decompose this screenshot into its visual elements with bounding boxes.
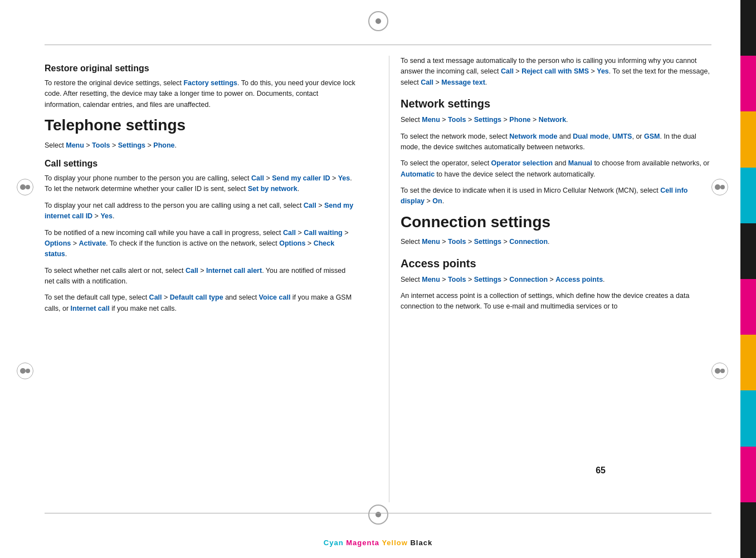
- telephone-title: Telephone settings: [45, 116, 355, 135]
- page-number: 65: [596, 466, 606, 476]
- connection-title: Connection settings: [401, 213, 711, 232]
- divider-top: [45, 45, 711, 45]
- right-column: To send a text message automatically to …: [389, 56, 711, 502]
- reg-mark-bottom: [368, 505, 388, 525]
- reject-para: To send a text message automatically to …: [401, 56, 711, 88]
- network-title: Network settings: [401, 97, 711, 110]
- call-para5: To set the default call type, select Cal…: [45, 292, 355, 314]
- access-body: An internet access point is a collection…: [401, 291, 711, 312]
- restore-body: To restore the original device settings,…: [45, 78, 355, 110]
- cmyk-magenta: Magenta: [346, 539, 379, 547]
- main-content: Restore original settings To restore the…: [45, 56, 711, 502]
- color-strip: [740, 0, 756, 558]
- network-para3: To set the device to indicate when it is…: [401, 185, 711, 207]
- page-container: Restore original settings To restore the…: [0, 0, 756, 558]
- cmyk-yellow: Yellow: [382, 539, 407, 547]
- divider-bottom: [45, 513, 711, 513]
- cmyk-label: Cyan Magenta Yellow Black: [324, 539, 432, 547]
- restore-title: Restore original settings: [45, 63, 355, 74]
- telephone-intro: Select Menu > Tools > Settings > Phone.: [45, 140, 355, 151]
- cmyk-black: Black: [410, 539, 432, 547]
- network-para2: To select the operator, select Operator …: [401, 158, 711, 180]
- call-para1: To display your phone number to the pers…: [45, 173, 355, 195]
- network-intro: Select Menu > Tools > Settings > Phone >…: [401, 115, 711, 125]
- call-settings-title: Call settings: [45, 159, 355, 169]
- access-intro: Select Menu > Tools > Settings > Connect…: [401, 275, 711, 285]
- reg-mark-left: [17, 179, 33, 379]
- cmyk-cyan: Cyan: [324, 539, 344, 547]
- left-column: Restore original settings To restore the…: [45, 56, 367, 502]
- connection-intro: Select Menu > Tools > Settings > Connect…: [401, 237, 711, 247]
- call-para2: To display your net call address to the …: [45, 200, 355, 222]
- call-para4: To select whether net calls alert or not…: [45, 266, 355, 287]
- reg-mark-top: [368, 11, 388, 31]
- call-para3: To be notified of a new incoming call wh…: [45, 228, 355, 260]
- access-title: Access points: [401, 257, 711, 270]
- network-para1: To select the network mode, select Netwo…: [401, 131, 711, 153]
- reg-mark-right: [711, 179, 728, 379]
